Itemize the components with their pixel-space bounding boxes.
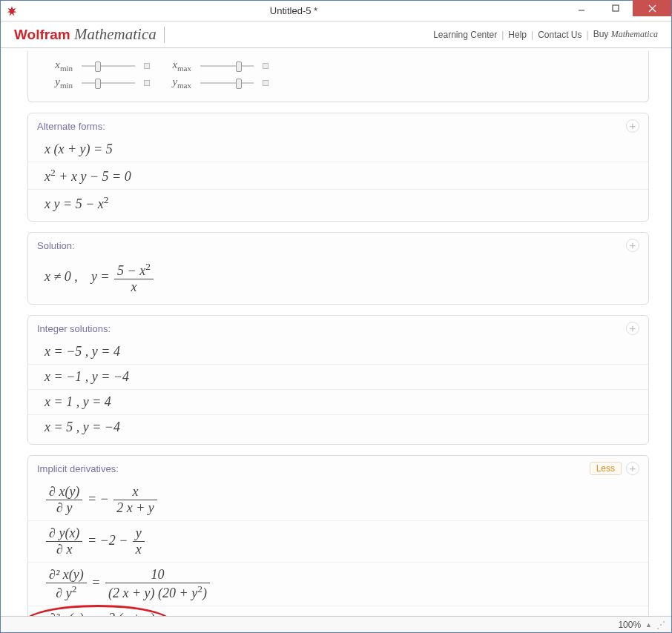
implicit-deriv-row: ∂ y(x)∂ x = −2 − yx <box>28 520 648 562</box>
zoom-menu-icon[interactable]: ▲ <box>645 621 652 629</box>
link-sep: | <box>587 30 589 40</box>
xmax-slider[interactable] <box>200 61 254 71</box>
slider-row-y: ymin ymax <box>40 76 636 90</box>
pod-expand-icon[interactable]: + <box>626 322 639 335</box>
link-contact-us[interactable]: Contact Us <box>538 30 582 40</box>
app-window: Untitled-5 * Wolfram Mathematica Learnin… <box>0 0 672 633</box>
statusbar: 100% ▲ ⋰ <box>1 616 671 632</box>
window-title: Untitled-5 * <box>23 5 564 16</box>
link-learning-center[interactable]: Learning Center <box>433 30 497 40</box>
minimize-button[interactable] <box>564 0 599 16</box>
link-buy-mathematica[interactable]: Buy Mathematica <box>593 29 658 40</box>
alt-form-row: x2 + x y − 5 = 0 <box>28 162 648 189</box>
logo-mathematica: Mathematica <box>74 25 157 43</box>
pod-implicit-derivatives: Implicit derivatives: Less + ∂ x(y)∂ y =… <box>27 455 649 616</box>
int-sol-row: x = −1 , y = −4 <box>28 364 648 389</box>
alt-form-row: x y = 5 − x2 <box>28 189 648 216</box>
xmin-reset[interactable] <box>144 63 150 69</box>
solution-row: x ≠ 0 , y = 5 − x2 x <box>28 256 648 299</box>
pod-expand-icon[interactable]: + <box>626 239 639 252</box>
ymin-slider[interactable] <box>82 78 135 88</box>
header-links: Learning Center | Help | Contact Us | Bu… <box>433 29 658 40</box>
xmin-label: xmin <box>40 59 73 73</box>
pod-title-text: Alternate forms: <box>37 121 105 132</box>
svg-marker-0 <box>7 6 16 16</box>
alt-form-row: x (x + y) = 5 <box>28 137 648 162</box>
svg-rect-2 <box>613 5 619 11</box>
implicit-deriv-row-highlighted: ∂² y(x)∂ x2 = 2 (x + y)x2 <box>28 606 648 616</box>
xmax-reset[interactable] <box>263 63 269 69</box>
xmax-label: xmax <box>159 59 191 73</box>
implicit-deriv-row: ∂² x(y)∂ y2 = 10(2 x + y) (20 + y2) <box>28 562 648 606</box>
pod-expand-icon[interactable]: + <box>626 462 639 475</box>
pod-title-text: Integer solutions: <box>37 323 111 334</box>
ymin-label: ymin <box>40 76 73 90</box>
link-sep: | <box>501 30 504 40</box>
slider-row-x: xmin xmax <box>40 59 636 73</box>
titlebar: Untitled-5 * <box>1 1 671 21</box>
int-sol-row: x = 5 , y = −4 <box>28 414 648 440</box>
pod-solution: Solution: + x ≠ 0 , y = 5 − x2 x <box>27 232 649 305</box>
logo: Wolfram Mathematica <box>14 25 157 44</box>
pod-alternate-forms: Alternate forms: + x (x + y) = 5 x2 + x … <box>27 113 649 222</box>
zoom-level[interactable]: 100% <box>618 620 641 630</box>
xmin-slider[interactable] <box>82 61 135 71</box>
pod-title-text: Solution: <box>37 240 75 251</box>
link-help[interactable]: Help <box>508 30 527 40</box>
ymin-reset[interactable] <box>144 80 150 86</box>
resize-grip-icon[interactable]: ⋰ <box>656 620 665 630</box>
app-icon <box>5 4 19 18</box>
content-area: xmin xmax ymin ymax <box>1 48 671 616</box>
logo-separator <box>164 27 165 43</box>
close-button[interactable] <box>633 0 671 16</box>
link-sep: | <box>531 30 533 40</box>
int-sol-row: x = 1 , y = 4 <box>28 389 648 414</box>
logo-wolfram: Wolfram <box>14 27 70 42</box>
pod-title-text: Implicit derivatives: <box>37 463 119 474</box>
ymax-reset[interactable] <box>263 80 269 86</box>
pod-integer-solutions: Integer solutions: + x = −5 , y = 4 x = … <box>27 315 649 445</box>
pod-expand-icon[interactable]: + <box>626 119 639 133</box>
maximize-button[interactable] <box>599 0 633 16</box>
implicit-deriv-row: ∂ x(y)∂ y = − x2 x + y <box>28 480 648 520</box>
int-sol-row: x = −5 , y = 4 <box>28 339 648 364</box>
less-button[interactable]: Less <box>590 462 622 475</box>
plot-range-sliders: xmin xmax ymin ymax <box>27 51 649 102</box>
brand-header: Wolfram Mathematica Learning Center | He… <box>1 21 671 48</box>
ymax-slider[interactable] <box>200 78 254 88</box>
notebook[interactable]: xmin xmax ymin ymax <box>1 48 671 616</box>
ymax-label: ymax <box>159 76 191 90</box>
